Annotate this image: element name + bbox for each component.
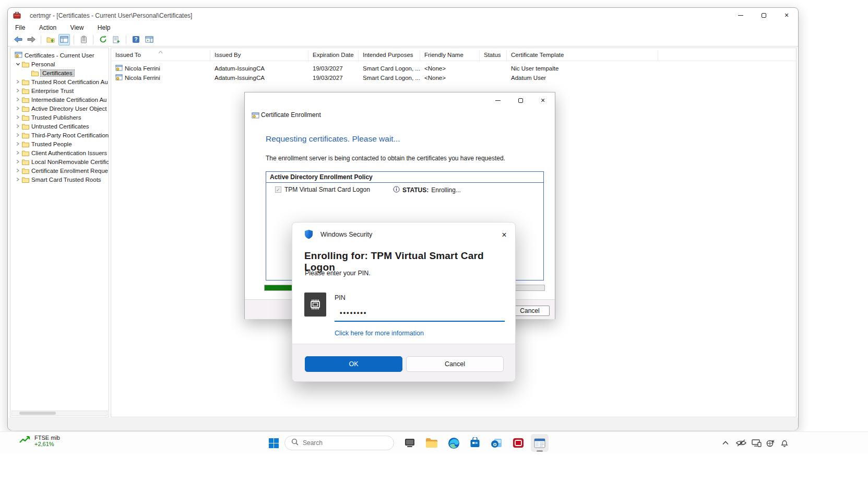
menu-action[interactable]: Action (35, 22, 61, 33)
show-console-tree-button[interactable] (58, 34, 70, 45)
menu-help[interactable]: Help (93, 22, 115, 33)
back-button[interactable] (12, 34, 23, 45)
security-close-icon[interactable]: × (498, 229, 510, 241)
certificate-row[interactable]: Nicola Ferrini Adatum-IssuingCA 19/03/20… (111, 64, 796, 73)
ok-button[interactable]: OK (305, 356, 402, 372)
status-value: Enrolling... (431, 186, 461, 194)
sidebar-item-cert-enrollment-requests[interactable]: Certificate Enrollment Reque (14, 166, 108, 175)
sort-ascending-icon (158, 50, 163, 55)
task-view-icon[interactable] (401, 434, 419, 452)
refresh-button[interactable] (97, 34, 109, 45)
chevron-right-icon[interactable] (14, 142, 22, 146)
active-app-indicator (537, 450, 543, 452)
chevron-down-icon[interactable] (14, 62, 22, 66)
info-icon (393, 186, 400, 194)
close-button[interactable]: × (775, 8, 798, 22)
chevron-right-icon[interactable] (14, 168, 22, 173)
certificate-row[interactable]: Nicola Ferrini Adatum-IssuingCA 19/03/20… (111, 73, 796, 83)
list-header-row: Issued To Issued By Expiration Date Inte… (111, 50, 796, 61)
tree-root-certificates-current-user[interactable]: Certificates - Current User (15, 51, 94, 60)
dialog-close-button[interactable]: × (536, 96, 550, 105)
sidebar-item-certificates-selected[interactable]: Certificates (31, 68, 74, 77)
column-expiration-date[interactable]: Expiration Date (308, 50, 359, 61)
chevron-right-icon[interactable] (14, 115, 22, 120)
chevron-right-icon[interactable] (14, 159, 22, 164)
dialog-maximize-button[interactable] (514, 96, 527, 105)
forward-button[interactable] (26, 34, 37, 45)
console-tree-pane: Certificates - Current User Personal Cer… (10, 48, 109, 417)
toolbar-separator (41, 35, 41, 44)
folder-icon (22, 61, 29, 67)
red-app-icon[interactable] (509, 434, 527, 452)
search-icon (291, 438, 299, 448)
more-information-link[interactable]: Click here for more information (335, 330, 424, 337)
chevron-right-icon[interactable] (14, 177, 22, 182)
chevron-right-icon[interactable] (14, 79, 22, 84)
minimize-button[interactable] (729, 8, 752, 22)
hidden-icons-chevron[interactable] (719, 437, 732, 449)
sidebar-item-smart-card-trusted-roots[interactable]: Smart Card Trusted Roots (14, 175, 101, 184)
file-explorer-icon[interactable] (423, 434, 441, 452)
chevron-right-icon[interactable] (14, 133, 22, 137)
dialog-minimize-button[interactable] (491, 96, 505, 105)
help-button[interactable]: ? (130, 34, 141, 45)
sidebar-item-enterprise-trust[interactable]: Enterprise Trust (14, 86, 74, 95)
chevron-right-icon[interactable] (14, 97, 22, 102)
search-input[interactable] (303, 439, 381, 447)
enroll-heading: Requesting certificates. Please wait... (266, 134, 400, 144)
sidebar-item-trusted-publishers[interactable]: Trusted Publishers (14, 113, 81, 122)
title-bar: certmgr - [Certificates - Current User\P… (8, 8, 798, 22)
policy-group-header: Active Directory Enrollment Policy (266, 172, 543, 183)
display-connect-icon[interactable] (750, 437, 763, 449)
action-pane-button[interactable] (144, 34, 155, 45)
eye-slash-icon[interactable] (735, 437, 747, 449)
sidebar-item-client-auth[interactable]: Client Authentication Issuers (14, 148, 107, 157)
chevron-right-icon[interactable] (14, 106, 22, 111)
pin-input[interactable] (335, 305, 505, 322)
menu-view[interactable]: View (66, 22, 88, 33)
column-issued-to[interactable]: Issued To (111, 50, 210, 61)
sidebar-item-local-nonremovable[interactable]: Local NonRemovable Certific (14, 157, 109, 166)
column-friendly-name[interactable]: Friendly Name (420, 50, 480, 61)
menu-file[interactable]: File (11, 22, 29, 33)
column-issued-by[interactable]: Issued By (210, 50, 308, 61)
sidebar-item-untrusted[interactable]: Untrusted Certificates (14, 122, 89, 131)
certmgr-taskbar-icon[interactable] (531, 434, 549, 452)
outlook-icon[interactable]: o (487, 434, 505, 452)
sidebar-item-trusted-root[interactable]: Trusted Root Certification Au (14, 77, 108, 86)
edge-browser-icon[interactable] (445, 434, 462, 452)
chevron-right-icon[interactable] (14, 150, 22, 155)
sidebar-item-trusted-people[interactable]: Trusted People (14, 139, 72, 148)
column-intended-purposes[interactable]: Intended Purposes (359, 50, 420, 61)
enroll-cancel-button[interactable]: Cancel (510, 306, 550, 316)
export-list-button[interactable] (111, 34, 122, 45)
windows-security-shield-icon (304, 229, 313, 241)
enroll-description: The enrollment server is being contacted… (266, 155, 505, 162)
taskbar-search[interactable] (284, 436, 394, 450)
stock-widget[interactable]: FTSE mib +2,61% (19, 435, 60, 447)
sidebar-item-ad-user-object[interactable]: Active Directory User Object (14, 104, 106, 113)
maximize-button[interactable] (752, 8, 775, 22)
pin-field-label: PIN (335, 294, 346, 301)
chevron-right-icon[interactable] (14, 124, 22, 128)
up-one-level-button[interactable] (45, 34, 56, 45)
sidebar-item-intermediate[interactable]: Intermediate Certification Au (14, 95, 106, 104)
sidebar-item-personal[interactable]: Personal (14, 60, 55, 68)
certificate-checkbox-checked-disabled[interactable]: ✓ (275, 186, 281, 193)
column-status[interactable]: Status (480, 50, 507, 61)
horizontal-scrollbar[interactable] (11, 411, 108, 416)
notifications-bell-icon[interactable] (778, 437, 791, 449)
windows-security-dialog: Windows Security × Enrolling for: TPM Vi… (292, 222, 516, 382)
scrollbar-thumb[interactable] (19, 412, 56, 415)
desktop: certmgr - [Certificates - Current User\P… (0, 0, 868, 503)
certmgr-app-icon (13, 11, 21, 21)
copy-button[interactable] (78, 34, 89, 45)
cancel-button[interactable]: Cancel (406, 356, 504, 372)
network-status-icon[interactable] (764, 437, 776, 449)
svg-text:?: ? (134, 37, 137, 42)
start-button[interactable] (265, 434, 282, 452)
chevron-right-icon[interactable] (14, 88, 22, 93)
column-certificate-template[interactable]: Certificate Template (507, 50, 658, 61)
microsoft-store-icon[interactable] (466, 434, 484, 452)
sidebar-item-third-party[interactable]: Third-Party Root Certification (14, 131, 109, 139)
